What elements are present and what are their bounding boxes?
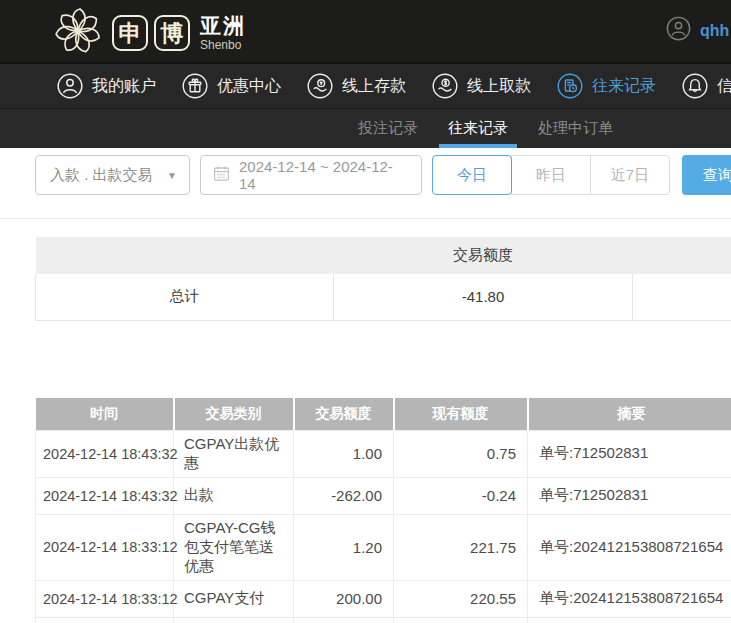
chevron-down-icon: ▼: [167, 170, 177, 181]
tab-pending-orders[interactable]: 处理中订单: [538, 109, 613, 148]
nav-item-label: 信: [717, 76, 731, 97]
nav-item-label: 优惠中心: [217, 76, 281, 97]
summary-total-value: -41.80: [334, 274, 633, 320]
cell-time: 2024-12-14 18:33:12: [36, 514, 174, 580]
summary-table: 交易额度 总计 -41.80: [35, 237, 731, 321]
summary-header-amount: 交易额度: [334, 237, 633, 274]
user-area[interactable]: qhh: [666, 16, 729, 45]
last-7-days-button[interactable]: 近7日: [590, 155, 670, 195]
nav-item-label: 线上存款: [342, 76, 406, 97]
col-summary: 摘要: [528, 398, 731, 430]
button-label: 昨日: [536, 166, 566, 185]
summary-header-spacer: [633, 237, 731, 274]
col-time: 时间: [36, 398, 174, 430]
transactions-table: 时间 交易类别 交易额度 现有额度 摘要 2024-12-14 18:43:32…: [35, 398, 731, 623]
col-type: 交易类别: [174, 398, 294, 430]
main-nav: 我的账户 优惠中心 线上存款: [0, 62, 731, 108]
cell-time: 2024-12-14 18:43:32: [36, 477, 174, 514]
nav-item-transaction-records[interactable]: 往来记录: [557, 73, 656, 99]
cell-summary: [528, 617, 731, 623]
table-row: 2024-12-14 18:32:24 活动优惠 18.00 20.55: [36, 617, 731, 623]
cell-type: CGPAY-CG钱包支付笔笔送优惠: [174, 514, 294, 580]
cell-type: 活动优惠: [174, 617, 294, 623]
date-range-value: 2024-12-14 ~ 2024-12-14: [239, 158, 409, 192]
cell-balance: 221.75: [394, 514, 528, 580]
sub-nav: 投注记录 往来记录 处理中订单: [0, 108, 731, 148]
section-divider: [0, 218, 731, 219]
cell-summary: 单号:712502831: [528, 477, 731, 514]
nav-item-my-account[interactable]: 我的账户: [57, 73, 156, 99]
cell-amount: -262.00: [294, 477, 394, 514]
summary-header-spacer: [36, 237, 334, 274]
calendar-icon: [213, 165, 230, 185]
logo-brand-text: Shenbo: [200, 39, 246, 51]
tab-label: 往来记录: [448, 119, 508, 138]
tab-betting-records[interactable]: 投注记录: [358, 109, 418, 148]
summary-total-row: 总计 -41.80: [36, 274, 731, 320]
date-range-input[interactable]: 2024-12-14 ~ 2024-12-14: [200, 155, 422, 195]
cell-balance: -0.24: [394, 477, 528, 514]
yesterday-button[interactable]: 昨日: [511, 155, 591, 195]
transaction-type-select[interactable]: 入款 . 出款交易 ▼: [35, 155, 190, 195]
nav-item-label: 往来记录: [592, 76, 656, 97]
cell-time: 2024-12-14 18:32:24: [36, 617, 174, 623]
nav-item-label: 我的账户: [92, 76, 156, 97]
nav-item-deposit[interactable]: 线上存款: [307, 73, 406, 99]
cell-amount: 18.00: [294, 617, 394, 623]
records-clipboard-clock-icon: [557, 73, 583, 99]
transaction-type-value: 入款 . 出款交易: [50, 166, 167, 185]
active-tab-underline: [439, 144, 517, 148]
cell-balance: 20.55: [394, 617, 528, 623]
tab-label: 投注记录: [358, 119, 418, 138]
summary-empty-cell: [633, 274, 731, 320]
button-label: 查询: [703, 166, 731, 185]
transactions-header-row: 时间 交易类别 交易额度 现有额度 摘要: [36, 398, 731, 430]
username-text[interactable]: qhh: [700, 22, 729, 40]
cell-amount: 1.00: [294, 430, 394, 477]
cell-type: 出款: [174, 477, 294, 514]
account-person-icon: [57, 73, 83, 99]
button-label: 今日: [457, 166, 487, 185]
cell-type: CGPAY支付: [174, 580, 294, 617]
site-logo[interactable]: 申 博 亚洲 Shenbo: [52, 5, 246, 61]
cell-time: 2024-12-14 18:43:32: [36, 430, 174, 477]
deposit-hand-coin-icon: [307, 73, 333, 99]
summary-total-label: 总计: [36, 274, 334, 320]
user-avatar-icon: [666, 16, 691, 45]
cell-type: CGPAY出款优惠: [174, 430, 294, 477]
button-label: 近7日: [611, 166, 649, 185]
cell-summary: 单号:712502831: [528, 430, 731, 477]
logo-region-text: 亚洲: [200, 15, 246, 36]
table-row: 2024-12-14 18:33:12 CGPAY支付 200.00 220.5…: [36, 580, 731, 617]
cell-amount: 200.00: [294, 580, 394, 617]
withdraw-hand-coin-icon: [432, 73, 458, 99]
quick-date-button-group: 今日 昨日 近7日: [432, 155, 670, 195]
cell-amount: 1.20: [294, 514, 394, 580]
cell-balance: 220.55: [394, 580, 528, 617]
gift-icon: [182, 73, 208, 99]
tab-label: 处理中订单: [538, 119, 613, 138]
col-amount: 交易额度: [294, 398, 394, 430]
table-row: 2024-12-14 18:43:32 出款 -262.00 -0.24 单号:…: [36, 477, 731, 514]
bell-icon: [682, 73, 708, 99]
flower-logo-icon: [52, 5, 104, 61]
table-row: 2024-12-14 18:43:32 CGPAY出款优惠 1.00 0.75 …: [36, 430, 731, 477]
table-row: 2024-12-14 18:33:12 CGPAY-CG钱包支付笔笔送优惠 1.…: [36, 514, 731, 580]
cell-balance: 0.75: [394, 430, 528, 477]
cell-time: 2024-12-14 18:33:12: [36, 580, 174, 617]
tab-transaction-records[interactable]: 往来记录: [448, 109, 508, 148]
summary-header-row: 交易额度: [36, 237, 731, 274]
app-header: 申 博 亚洲 Shenbo qhh: [0, 0, 731, 62]
nav-item-promotions[interactable]: 优惠中心: [182, 73, 281, 99]
logo-char-bo: 博: [154, 15, 190, 51]
today-button[interactable]: 今日: [432, 155, 512, 195]
nav-item-messages[interactable]: 信: [682, 73, 731, 99]
search-button[interactable]: 查询: [682, 155, 731, 195]
transactions-body: 2024-12-14 18:43:32 CGPAY出款优惠 1.00 0.75 …: [36, 430, 731, 623]
nav-item-label: 线上取款: [467, 76, 531, 97]
nav-item-withdraw[interactable]: 线上取款: [432, 73, 531, 99]
logo-char-shen: 申: [112, 15, 148, 51]
cell-summary: 单号:202412153808721654: [528, 514, 731, 580]
cell-summary: 单号:202412153808721654: [528, 580, 731, 617]
col-balance: 现有额度: [394, 398, 528, 430]
